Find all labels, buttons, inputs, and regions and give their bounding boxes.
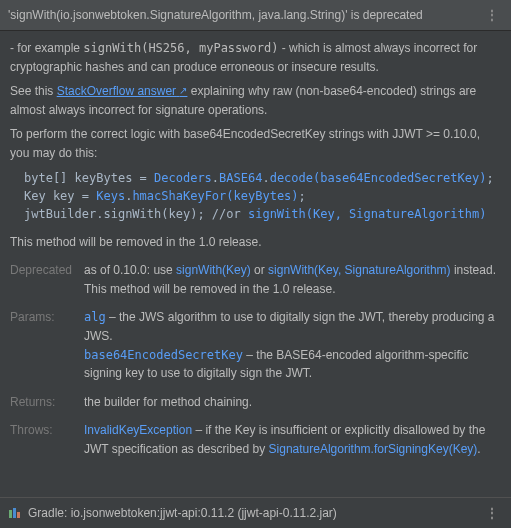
invalid-key-exception-link[interactable]: InvalidKeyException	[84, 423, 192, 437]
value-deprecated: as of 0.10.0: use signWith(Key) or signW…	[84, 261, 501, 298]
forsigningkey-link[interactable]: SignatureAlgorithm.forSigningKey(Key)	[269, 442, 478, 456]
row-params: Params: alg – the JWS algorithm to use t…	[10, 308, 501, 382]
paragraph-removal: This method will be removed in the 1.0 r…	[10, 233, 501, 252]
stackoverflow-link[interactable]: StackOverflow answer ↗	[57, 84, 188, 98]
value-returns: the builder for method chaining.	[84, 393, 501, 412]
paragraph-example: - for example signWith(HS256, myPassword…	[10, 39, 501, 76]
row-deprecated: Deprecated as of 0.10.0: use signWith(Ke…	[10, 261, 501, 298]
label-deprecated: Deprecated	[10, 261, 84, 298]
svg-rect-1	[13, 508, 16, 518]
paragraph-instruction: To perform the correct logic with base64…	[10, 125, 501, 162]
tooltip-header: 'signWith(io.jsonwebtoken.SignatureAlgor…	[0, 0, 511, 31]
label-throws: Throws:	[10, 421, 84, 458]
more-actions-icon[interactable]: ⋮	[481, 5, 503, 25]
tooltip-footer: Gradle: io.jsonwebtoken:jjwt-api:0.11.2 …	[0, 497, 511, 528]
value-params: alg – the JWS algorithm to use to digita…	[84, 308, 501, 382]
gradle-source-text: Gradle: io.jsonwebtoken:jjwt-api:0.11.2 …	[28, 506, 337, 520]
footer-left: Gradle: io.jsonwebtoken:jjwt-api:0.11.2 …	[8, 506, 337, 521]
code-example: byte[] keyBytes = Decoders.BASE64.decode…	[24, 169, 501, 223]
value-throws: InvalidKeyException – if the Key is insu…	[84, 421, 501, 458]
svg-rect-0	[9, 510, 12, 518]
signwith-key-link[interactable]: signWith(Key)	[176, 263, 251, 277]
svg-rect-2	[17, 512, 20, 518]
doc-content[interactable]: - for example signWith(HS256, myPassword…	[0, 31, 511, 501]
row-throws: Throws: InvalidKeyException – if the Key…	[10, 421, 501, 458]
label-returns: Returns:	[10, 393, 84, 412]
paragraph-see-this: See this StackOverflow answer ↗ explaini…	[10, 82, 501, 119]
signwith-key-alg-link[interactable]: signWith(Key, SignatureAlgorithm)	[268, 263, 451, 277]
footer-more-icon[interactable]: ⋮	[481, 503, 503, 523]
deprecation-title: 'signWith(io.jsonwebtoken.SignatureAlgor…	[8, 8, 423, 22]
row-returns: Returns: the builder for method chaining…	[10, 393, 501, 412]
info-table: Deprecated as of 0.10.0: use signWith(Ke…	[10, 261, 501, 458]
gradle-icon	[8, 506, 22, 521]
label-params: Params:	[10, 308, 84, 382]
